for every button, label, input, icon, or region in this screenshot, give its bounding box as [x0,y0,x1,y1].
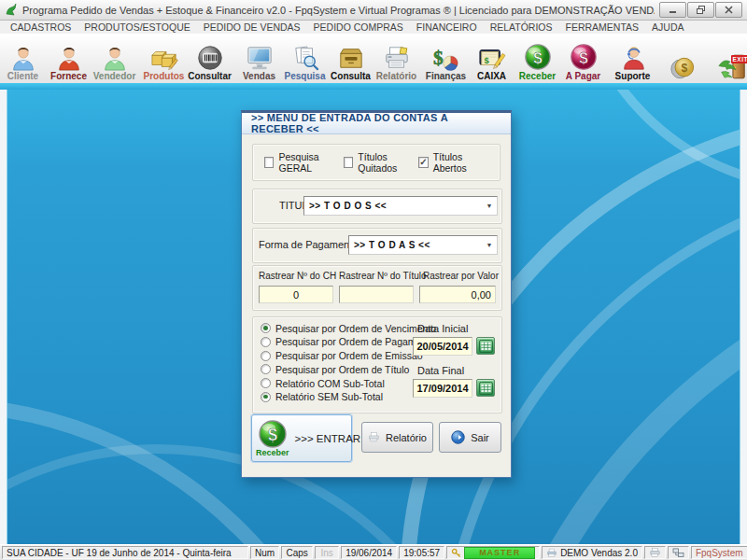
toolbar-label: Vendedor [93,71,136,81]
rastrear-valor-input[interactable]: 0,00 [419,286,496,303]
toolbar-button-consultar[interactable]: Consultar [187,35,233,83]
data-inicial-calendar-button[interactable] [476,337,495,355]
radio-ordem-titulo[interactable]: Pesquisar por Ordem de Título [261,364,436,375]
toolbar-label: Suporte [615,71,651,81]
relatorio-button[interactable]: Relatório [361,422,433,453]
app-logo-icon [5,3,18,18]
svg-text:$: $ [433,47,444,69]
svg-text:$: $ [268,426,277,444]
toolbar-button-receber[interactable]: $ Receber [514,35,560,83]
checkbox-box [344,157,353,168]
toolbar-button-financas[interactable]: $ Finanças [423,35,469,83]
toolbar-label: Fornece [50,71,87,81]
data-final-label: Data Final [417,365,464,376]
radio-relatorio-com-subtotal[interactable]: Relatório COM Sub-Total [261,378,436,389]
titular-group: TITULAR >> T O D O S << ▼ [252,189,502,224]
toolbar-button-vendedor[interactable]: Vendedor [92,35,137,83]
checkbox-box [418,157,428,168]
toolbar-label: Cliente [7,71,38,81]
radio-label: Pesquisar por Ordem de Vencimento [275,323,436,334]
radio-dot [261,378,271,388]
rastrear-ch-label: Rastrear Nº do CH [259,271,336,281]
forma-pagamento-label: Forma de Pagamento [259,239,358,250]
network-icon [672,548,684,558]
cashbook-icon: $ [477,41,507,71]
data-inicial-input[interactable]: 20/05/2014 [413,337,472,356]
radio-label: Pesquisar por Ordem de Título [275,364,409,375]
toolbar-label: Receber [519,71,556,81]
forma-pagamento-group: Forma de Pagamento >> T O D A S << ▼ [252,228,502,263]
toolbar-label: Vendas [243,71,275,81]
checkbox-pesquisa-geral[interactable]: Pesquisa GERAL [264,151,344,174]
rastrear-titulo-input[interactable] [339,286,414,303]
sair-button-label: Sair [471,432,489,443]
toolbar-label: A Pagar [566,71,600,81]
close-button[interactable] [715,2,742,18]
toolbar-button-exit[interactable]: EXIT [709,35,747,83]
toolbar-button-consulta[interactable]: Consulta [328,35,374,83]
data-inicial-label: Data Inicial [417,323,468,334]
menu-pedido-vendas[interactable]: PEDIDO DE VENDAS [197,21,307,33]
status-date: 19/06/2014 [341,546,397,559]
checkbox-titulos-quitados[interactable]: Títulos Quitados [344,151,418,174]
toolbar-label: Consulta [331,71,371,81]
radio-ordem-emissao[interactable]: Pesquisar por Ordem de Emissão [261,350,436,361]
toolbar-button-caixa[interactable]: $ CAIXA [469,35,514,83]
window-title: Programa Pedido de Vendas + Estoque & Fi… [22,5,655,16]
support-headset-icon [619,41,647,71]
status-brand-text: FpqSystem [696,548,743,558]
restore-button[interactable] [687,2,714,18]
toolbar-button-relatorio[interactable]: Relatório [374,35,419,83]
title-bar: Programa Pedido de Vendas + Estoque & Fi… [0,0,747,21]
data-final-calendar-button[interactable] [476,379,495,397]
toolbar-button-produtos[interactable]: Produtos [141,35,187,83]
toolbar-button-pesquisa[interactable]: Pesquisa [282,35,328,83]
menu-ajuda[interactable]: AJUDA [645,21,690,33]
app-window: Programa Pedido de Vendas + Estoque & Fi… [0,0,747,560]
rastrear-ch-input[interactable]: 0 [259,286,333,303]
menu-produtos-estoque[interactable]: PRODUTOS/ESTOQUE [78,21,196,33]
order-and-dates-group: Pesquisar por Ordem de Vencimento Pesqui… [252,316,502,413]
toolbar-label: Finanças [426,71,466,81]
exit-sign-label: EXIT [731,55,747,63]
radio-dot [261,392,271,402]
toolbar-button-vendas[interactable]: Vendas [236,35,282,83]
titular-value: >> T O D O S << [304,201,482,211]
toolbar-button-a-pagar[interactable]: $ A Pagar [560,35,606,83]
status-caps-lock: Caps [281,546,313,559]
products-boxes-icon [149,41,179,71]
checkbox-box [264,157,274,168]
relatorio-button-label: Relatório [386,432,427,443]
toolbar-button-suporte[interactable]: Suporte [610,35,655,83]
sair-button[interactable]: Sair [439,422,501,453]
menu-financeiro[interactable]: FINANCEIRO [410,21,484,33]
radio-label: Pesquisar por Ordem de Emissão [275,350,423,361]
radio-relatorio-sem-subtotal[interactable]: Relatório SEM Sub-Total [261,391,436,402]
toolbar-button-cliente[interactable]: Cliente [0,35,46,83]
status-app-text: DEMO Vendas 2.0 [560,548,638,558]
menu-ferramentas[interactable]: FERRAMENTAS [559,21,646,33]
toolbar-label: Consultar [188,71,232,81]
toolbar-button-coin[interactable]: $ [659,35,705,83]
radio-ordem-pagamento[interactable]: Pesquisar por Ordem de Pagamento [261,337,436,348]
minimize-button[interactable] [659,2,686,18]
contas-receber-dialog: >> MENU DE ENTRADA DO CONTAS A RECEBER <… [241,110,512,478]
menu-relatorios[interactable]: RELATÓRIOS [484,21,559,33]
radio-ordem-vencimento[interactable]: Pesquisar por Ordem de Vencimento [261,323,436,334]
forma-pagamento-select[interactable]: >> T O D A S << ▼ [348,235,498,255]
menu-pedido-compras[interactable]: PEDIDO COMPRAS [307,21,410,33]
entrar-button[interactable]: $ Receber >>> ENTRAR [251,414,352,462]
coin-icon: $ [669,51,697,81]
status-caps-text: Caps [286,548,307,558]
exit-arrow-icon [451,430,465,444]
receive-dollar-icon: $ [258,419,288,449]
checkbox-titulos-abertos[interactable]: Títulos Abertos [418,151,488,174]
menu-cadastros[interactable]: CADASTROS [4,21,78,33]
titular-select[interactable]: >> T O D O S << ▼ [303,196,498,216]
svg-text:$: $ [533,49,543,67]
receber-orb-label: Receber [256,449,289,457]
toolbar-button-fornecedor[interactable]: Fornece [46,35,92,83]
seller-person-icon [101,41,129,71]
data-final-input[interactable]: 17/09/2014 [413,379,472,398]
rastrear-titulo-label: Rastrear Nº do Título [339,271,427,281]
